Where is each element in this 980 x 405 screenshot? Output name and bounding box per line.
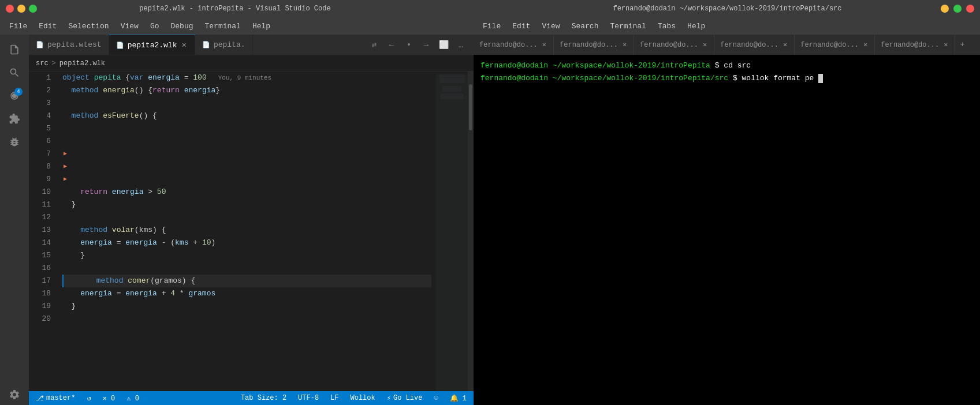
terminal-tab-2[interactable]: fernando@do... ✕ (634, 35, 714, 55)
code-line-3 (62, 97, 431, 110)
tab-layout-btn[interactable]: ⬜ (435, 37, 452, 53)
tab-pepita-wlk[interactable]: 📄 pepita. (195, 35, 253, 55)
status-bell[interactable]: 🔔 1 (448, 394, 469, 403)
tab-actions: ⇄ ← • → ⬜ … (362, 35, 474, 55)
scrollbar-v[interactable] (468, 72, 474, 391)
tab-more-btn[interactable]: … (453, 37, 469, 53)
menu-go[interactable]: Go (146, 20, 164, 33)
terminal-max-btn[interactable] (953, 5, 962, 13)
status-smiley[interactable]: ☺ (431, 394, 440, 402)
terminal-title: fernando@dodain ~/workspace/wollok-2019/… (613, 5, 841, 13)
code-line-17: method comer(gramos) { (62, 275, 431, 287)
terminal-menu-search[interactable]: Search (567, 20, 603, 33)
status-errors[interactable]: ✕ 0 (100, 394, 118, 403)
terminal-tab-close-0[interactable]: ✕ (541, 42, 547, 48)
tab-icon-wtest: 📄 (36, 41, 44, 48)
breadcrumb: src > pepita2.wlk (29, 55, 474, 72)
terminal-content[interactable]: fernando@dodain ~/workspace/wollok-2019/… (474, 55, 980, 405)
breadcrumb-file[interactable]: pepita2.wlk (59, 59, 105, 68)
vscode-min-btn[interactable] (17, 5, 25, 13)
code-line-13: method volar(kms) { (62, 224, 431, 237)
terminal-tab-close-2[interactable]: ✕ (702, 42, 708, 48)
breadcrumb-src[interactable]: src (36, 59, 49, 68)
tab-close-pepita2[interactable]: ✕ (180, 41, 187, 49)
tab-nav-back-btn[interactable]: ← (383, 37, 400, 53)
code-line-12 (62, 211, 431, 224)
terminal-prompt-path-0: ~/workspace/wollok-2019/introPepita (553, 61, 710, 70)
vscode-titlebar: pepita2.wlk - introPepita - Visual Studi… (0, 0, 474, 17)
status-tabsize[interactable]: Tab Size: 2 (239, 394, 289, 402)
tab-split-btn[interactable]: ⇄ (366, 37, 382, 53)
tab-pepita-wtest[interactable]: 📄 pepita.wtest (29, 35, 109, 55)
status-warnings[interactable]: ⚠ 0 (124, 394, 141, 403)
status-language[interactable]: Wollok (348, 394, 378, 402)
tab-pepita2-wlk[interactable]: 📄 pepita2.wlk ✕ (109, 35, 195, 55)
status-sync[interactable]: ↺ (84, 394, 93, 403)
terminal-menu-edit[interactable]: Edit (508, 20, 535, 33)
tab-nav-dot-btn[interactable]: • (401, 37, 417, 53)
activity-icon-files[interactable] (4, 39, 25, 60)
tab-icon-pepita: 📄 (202, 41, 210, 48)
status-eol[interactable]: LF (328, 394, 341, 402)
code-line-6 (62, 135, 431, 148)
editor-area: 📄 pepita.wtest 📄 pepita2.wlk ✕ 📄 pepita. (29, 35, 474, 405)
menu-help[interactable]: Help (248, 20, 275, 33)
terminal-menu-view[interactable]: View (537, 20, 564, 33)
terminal-tab-5[interactable]: fernando@do... ✕ (875, 35, 955, 55)
code-line-18: energia = energia + 4 * gramos (62, 287, 431, 300)
terminal-tab-close-1[interactable]: ✕ (621, 42, 628, 48)
code-line-11: } (62, 198, 431, 211)
code-line-5 (62, 122, 431, 135)
activity-icon-debug[interactable] (4, 132, 25, 152)
vscode-menubar: File Edit Selection View Go Debug Termin… (0, 17, 474, 35)
code-line-9: ▶ (62, 173, 431, 186)
code-line-19: } (62, 300, 431, 313)
terminal-tab-close-4[interactable]: ✕ (862, 42, 869, 48)
terminal-menu-help[interactable]: Help (683, 20, 710, 33)
terminal-menu-terminal[interactable]: Terminal (605, 20, 650, 33)
menu-terminal[interactable]: Terminal (200, 20, 245, 33)
menu-edit[interactable]: Edit (34, 20, 61, 33)
scrollbar-thumb[interactable] (469, 84, 472, 130)
terminal-tab-1[interactable]: fernando@do... ✕ (554, 35, 634, 55)
activity-icon-settings[interactable] (4, 384, 25, 405)
tab-icon-wlk: 📄 (116, 42, 124, 49)
vscode-close-btn[interactable] (6, 5, 14, 13)
terminal-tab-add[interactable]: + (955, 35, 969, 55)
code-line-7: ▶ (62, 148, 431, 160)
code-line-4: method esFuerte() { (62, 110, 431, 122)
terminal-cmd-1: wollok format pe (742, 74, 814, 82)
activity-bar: 4 (0, 35, 29, 405)
status-encoding[interactable]: UTF-8 (296, 394, 321, 402)
menu-file[interactable]: File (5, 20, 32, 33)
terminal-menu-file[interactable]: File (478, 20, 505, 33)
menu-debug[interactable]: Debug (166, 20, 198, 33)
code-content[interactable]: object pepita {var energia = 100 You, 9 … (58, 72, 436, 391)
code-editor: 1 2 3 4 5 6 7 8 9 10 11 12 13 (29, 72, 474, 391)
activity-icon-extensions[interactable] (4, 108, 25, 129)
status-branch[interactable]: ⎇ master* (33, 394, 77, 403)
source-control-badge: 4 (14, 88, 23, 96)
terminal-line-1: fernando@dodain ~/workspace/wollok-2019/… (480, 72, 973, 85)
code-line-8: ▶ (62, 160, 431, 173)
vscode-max-btn[interactable] (29, 5, 37, 13)
terminal-titlebar: fernando@dodain ~/workspace/wollok-2019/… (474, 0, 980, 17)
code-line-10: return energia > 50 (62, 186, 431, 198)
tab-nav-fwd-btn[interactable]: → (418, 37, 434, 53)
menu-selection[interactable]: Selection (64, 20, 113, 33)
activity-icon-source-control[interactable]: 4 (4, 85, 25, 106)
terminal-menu-tabs[interactable]: Tabs (653, 20, 680, 33)
status-golive[interactable]: ⚡ Go Live (385, 394, 425, 403)
terminal-tab-3[interactable]: fernando@do... ✕ (714, 35, 795, 55)
terminal-close-btn[interactable] (966, 5, 974, 13)
terminal-tab-0[interactable]: fernando@do... ✕ (474, 35, 554, 55)
menu-view[interactable]: View (116, 20, 143, 33)
code-line-14: energia = energia - (kms + 10) (62, 237, 431, 249)
line-numbers: 1 2 3 4 5 6 7 8 9 10 11 12 13 (29, 72, 58, 391)
terminal-tab-4[interactable]: fernando@do... ✕ (795, 35, 875, 55)
terminal-min-btn[interactable] (941, 5, 949, 13)
terminal-tab-close-3[interactable]: ✕ (782, 42, 788, 48)
terminal-line-0: fernando@dodain ~/workspace/wollok-2019/… (480, 59, 973, 72)
activity-icon-search[interactable] (4, 62, 25, 83)
terminal-tab-close-5[interactable]: ✕ (942, 42, 949, 48)
